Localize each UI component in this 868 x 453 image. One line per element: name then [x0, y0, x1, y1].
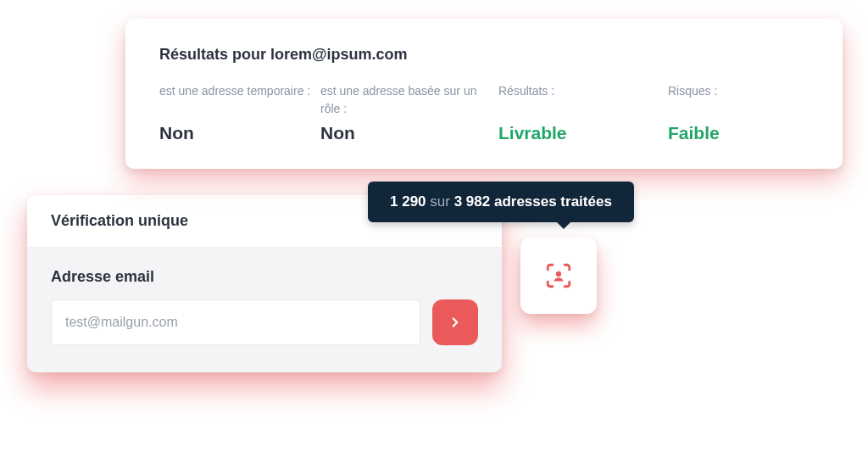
email-field[interactable]: [51, 299, 420, 345]
result-col-disposable: est une adresse temporaire : Non: [159, 82, 320, 143]
scan-user-icon: [544, 261, 573, 290]
processed-count: 1 290: [390, 193, 426, 210]
svg-point-0: [556, 271, 561, 277]
progress-joiner: sur: [430, 193, 450, 210]
result-label: est une adresse basée sur un rôle :: [320, 82, 498, 120]
results-card: Résultats pour lorem@ipsum.com est une a…: [125, 19, 843, 169]
result-value: Faible: [668, 123, 809, 143]
email-label: Adresse email: [51, 268, 478, 286]
verify-body: Adresse email: [27, 248, 502, 372]
input-row: [51, 299, 478, 345]
result-value: Non: [320, 123, 498, 143]
total-count: 3 982: [454, 193, 491, 210]
submit-button[interactable]: [432, 299, 478, 345]
result-value: Non: [159, 123, 320, 143]
result-col-deliverable: Résultats : Livrable: [498, 82, 668, 143]
results-title: Résultats pour lorem@ipsum.com: [159, 46, 809, 64]
result-col-role: est une adresse basée sur un rôle : Non: [320, 82, 498, 143]
scan-user-card[interactable]: [520, 238, 597, 314]
progress-tooltip: 1 290 sur 3 982 adresses traitées: [368, 182, 634, 222]
result-label: Résultats :: [498, 82, 668, 120]
progress-suffix: adresses traitées: [494, 193, 612, 210]
chevron-right-icon: [448, 315, 463, 330]
result-value: Livrable: [498, 123, 668, 143]
result-label: Risques :: [668, 82, 809, 120]
result-label: est une adresse temporaire :: [159, 82, 320, 120]
results-grid: est une adresse temporaire : Non est une…: [159, 82, 809, 143]
result-col-risk: Risques : Faible: [668, 82, 809, 143]
